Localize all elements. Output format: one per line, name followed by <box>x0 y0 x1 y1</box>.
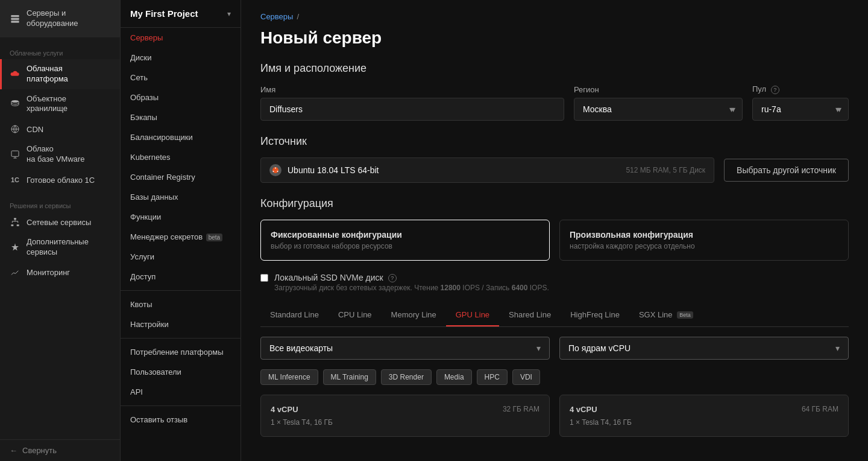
tab-cpu[interactable]: CPU Line <box>329 304 382 326</box>
local-ssd-row: Локальный SSD NVMe диск ? Загрузочный ди… <box>260 273 849 292</box>
ubuntu-icon <box>269 164 281 176</box>
nav-item-kubernetes[interactable]: Kubernetes <box>121 147 241 167</box>
nav-item-settings[interactable]: Настройки <box>121 314 241 334</box>
name-label: Имя <box>260 85 564 94</box>
tab-gpu[interactable]: GPU Line <box>446 304 499 326</box>
local-ssd-desc: Загрузочный диск без сетевых задержек. Ч… <box>274 284 549 292</box>
nav-item-services[interactable]: Услуги <box>121 247 241 267</box>
sort-filter[interactable]: По ядрам vCPU ▾ <box>559 337 849 360</box>
sidebar-item-vmware[interactable]: Облакона базе VMware <box>0 139 120 170</box>
nav-item-backups[interactable]: Бэкапы <box>121 107 241 127</box>
nav-item-secrets[interactable]: Менеджер секретов beta <box>121 227 241 247</box>
left-sidebar: Серверы и оборудование Облачные услуги О… <box>0 0 121 461</box>
sidebar-item-extra[interactable]: Дополнительныесервисы <box>0 232 120 262</box>
write-iops: 6400 <box>512 284 528 292</box>
sidebar-section-label-cloud: Облачные услуги <box>0 42 120 59</box>
video-card-chevron: ▾ <box>536 343 541 353</box>
tag-ml-inference[interactable]: ML Inference <box>260 369 318 385</box>
svg-point-12 <box>273 171 274 172</box>
name-input[interactable] <box>260 98 564 121</box>
collapse-label: Свернуть <box>22 446 57 455</box>
tag-hpc[interactable]: HPC <box>477 369 508 385</box>
config-fixed-desc: выбор из готовых наборов ресурсов <box>271 242 539 250</box>
sidebar-item-cdn-label: CDN <box>27 125 43 134</box>
project-header[interactable]: My First Project ▾ <box>121 0 241 28</box>
pool-chevron: ▾ <box>835 104 840 114</box>
nav-item-balancers[interactable]: Балансировщики <box>121 127 241 147</box>
pool-label: Пул ? <box>752 84 849 94</box>
sgx-beta-badge: Beta <box>677 311 693 319</box>
breadcrumb-separator: / <box>297 12 299 21</box>
tab-sgx[interactable]: SGX Line Beta <box>629 304 703 326</box>
extra-icon <box>10 242 20 253</box>
tab-standard[interactable]: Standard Line <box>260 304 329 326</box>
sidebar-section-cloud: Облачные услуги Облачнаяплатформа Объект… <box>0 42 120 190</box>
sidebar-item-servers[interactable]: Серверы и оборудование <box>0 0 120 37</box>
config-card-fixed[interactable]: Фиксированные конфигурации выбор из гото… <box>260 220 550 261</box>
sidebar-item-object-storage[interactable]: Объектноехранилище <box>0 89 120 119</box>
tag-vdi[interactable]: VDI <box>512 369 540 385</box>
breadcrumb: Серверы / <box>260 12 849 21</box>
vmware-icon <box>10 149 20 160</box>
nav-item-functions[interactable]: Функции <box>121 207 241 227</box>
breadcrumb-parent[interactable]: Серверы <box>260 12 293 21</box>
svg-point-11 <box>277 171 278 172</box>
nav-item-users[interactable]: Пользователи <box>121 362 241 382</box>
nav-item-quotas[interactable]: Квоты <box>121 294 241 314</box>
nav-item-platform-usage[interactable]: Потребление платформы <box>121 342 241 362</box>
sidebar-item-monitoring-label: Мониторинг <box>27 268 70 277</box>
pool-info-icon[interactable]: ? <box>771 86 779 94</box>
source-meta: 512 МБ RAM, 5 ГБ Диск <box>626 166 705 174</box>
sidebar-item-1c-label: Готовое облако 1С <box>27 176 95 185</box>
local-ssd-checkbox[interactable] <box>260 274 268 282</box>
nav-item-disks[interactable]: Диски <box>121 48 241 68</box>
config-card-custom[interactable]: Произвольная конфигурация настройка кажд… <box>559 220 849 261</box>
local-ssd-info-icon[interactable]: ? <box>388 274 397 282</box>
nav-item-network[interactable]: Сеть <box>121 68 241 87</box>
server-card-1[interactable]: 4 vCPU 64 ГБ RAM 1 × Tesla T4, 16 ГБ <box>559 395 849 437</box>
gpu-tags: ML Inference ML Training 3D Render Media… <box>260 369 849 385</box>
sort-filter-label: По ядрам vCPU <box>568 343 631 353</box>
region-select[interactable]: Москва ▾ <box>574 98 743 121</box>
page-title: Новый сервер <box>260 28 849 48</box>
nav-item-container-registry[interactable]: Container Registry <box>121 167 241 187</box>
change-source-button[interactable]: Выбрать другой источник <box>724 159 849 182</box>
sidebar-item-object-label: Объектноехранилище <box>27 94 68 115</box>
sidebar-item-1c[interactable]: 1С Готовое облако 1С <box>0 170 120 190</box>
nav-item-access[interactable]: Доступ <box>121 267 241 287</box>
source-name: Ubuntu 18.04 LTS 64-bit <box>288 165 379 175</box>
local-ssd-info: Локальный SSD NVMe диск ? Загрузочный ди… <box>274 273 549 292</box>
nav-item-databases[interactable]: Базы данных <box>121 187 241 207</box>
project-title: My First Project <box>130 8 198 19</box>
video-card-filter[interactable]: Все видеокарты ▾ <box>260 337 550 360</box>
nav-item-images[interactable]: Образы <box>121 87 241 107</box>
chevron-down-icon: ▾ <box>227 10 231 18</box>
tab-shared[interactable]: Shared Line <box>499 304 561 326</box>
local-ssd-label-text[interactable]: Локальный SSD NVMe диск <box>274 273 383 282</box>
sidebar-item-cloud-platform[interactable]: Облачнаяплатформа <box>0 59 120 89</box>
nav-item-feedback[interactable]: Оставить отзыв <box>121 410 241 430</box>
network-icon <box>10 217 20 227</box>
server-icon <box>10 13 20 24</box>
pool-select[interactable]: ru-7a ▾ <box>752 98 849 121</box>
sidebar-item-cdn[interactable]: CDN <box>0 119 120 139</box>
server-card-0[interactable]: 4 vCPU 32 ГБ RAM 1 × Tesla T4, 16 ГБ <box>260 395 550 437</box>
cloud-icon <box>10 69 20 80</box>
nav-item-api[interactable]: API <box>121 382 241 402</box>
sidebar-item-network[interactable]: Сетевые сервисы <box>0 212 120 232</box>
tab-memory[interactable]: Memory Line <box>382 304 446 326</box>
tag-3d-render[interactable]: 3D Render <box>381 369 432 385</box>
server-card-0-top: 4 vCPU 32 ГБ RAM <box>271 405 539 418</box>
sidebar-collapse-btn[interactable]: ← Свернуть <box>0 439 120 461</box>
name-location-form: Имя Регион Москва ▾ Пул ? ru-7a ▾ <box>260 84 849 121</box>
tag-media[interactable]: Media <box>436 369 472 385</box>
nav-divider-2 <box>121 338 241 339</box>
sidebar-item-monitoring[interactable]: Мониторинг <box>0 262 120 283</box>
tag-ml-training[interactable]: ML Training <box>323 369 376 385</box>
section-config: Конфигурация <box>260 197 849 210</box>
nav-item-servers[interactable]: Серверы <box>121 28 241 48</box>
tab-highfreq[interactable]: HighFreq Line <box>561 304 629 326</box>
section-name-location: Имя и расположение <box>260 62 849 75</box>
svg-point-3 <box>11 100 19 103</box>
svg-rect-6 <box>14 218 16 220</box>
